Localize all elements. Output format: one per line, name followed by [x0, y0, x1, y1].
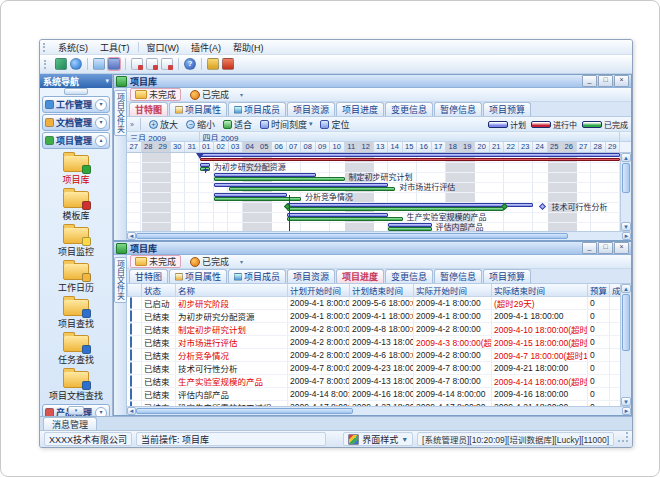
scroll-right-icon[interactable]: ►: [622, 232, 631, 240]
gantt-bar-done[interactable]: [388, 227, 432, 231]
sidebar-section-项目管理[interactable]: 项目管理▴: [42, 132, 110, 149]
maximize-button[interactable]: □: [598, 75, 613, 87]
gantt-toolbar-定位[interactable]: 定位: [318, 118, 351, 131]
close-button[interactable]: ×: [614, 242, 629, 254]
scroll-left-icon[interactable]: ◄: [127, 232, 136, 240]
table-row[interactable]: 已结束生产实验室规模的产品2009-4-7 8:00:002009-4-13 1…: [128, 375, 621, 388]
sidebar-item-项目查找[interactable]: 项目查找: [58, 296, 94, 330]
tab-message-management[interactable]: 消息管理: [43, 417, 97, 430]
scroll-right-icon[interactable]: ►: [622, 407, 631, 415]
column-header-计划开始时间[interactable]: 计划开始时间: [288, 284, 350, 297]
scroll-down-icon[interactable]: ▼: [621, 222, 631, 231]
chevron-down-icon[interactable]: ▴: [95, 135, 107, 147]
table-vertical-scrollbar[interactable]: ▲ ▼: [620, 284, 631, 406]
column-header-计划结束时间[interactable]: 计划结束时间: [350, 284, 414, 297]
column-header-预算[interactable]: 预算: [588, 284, 610, 297]
help-icon[interactable]: ?: [184, 58, 196, 70]
table-row[interactable]: 已结束对市场进行评估2009-4-2 8:00:002009-4-13 18:0…: [128, 336, 621, 349]
sidebar-item-项目库[interactable]: 项目库: [62, 152, 89, 186]
save-icon[interactable]: [108, 58, 120, 70]
gantt-toolbar-适合[interactable]: 适合: [221, 118, 254, 131]
scroll-up-icon[interactable]: ▲: [621, 284, 631, 293]
scrollbar-thumb[interactable]: [136, 408, 353, 414]
tab-项目属性[interactable]: 项目属性: [169, 102, 227, 116]
gantt-bar-progress[interactable]: [200, 158, 621, 161]
tab-项目属性[interactable]: 项目属性: [169, 269, 227, 283]
sidebar-section-文档管理[interactable]: 文档管理▾: [42, 114, 110, 131]
table-row[interactable]: 已启动初步研究阶段2009-4-1 8:00:002009-5-6 18:00:…: [128, 297, 621, 310]
chevron-down-icon[interactable]: ▾: [240, 91, 243, 98]
report-new-icon[interactable]: [131, 58, 143, 70]
sidebar-item-任务查找[interactable]: 任务查找: [58, 332, 94, 366]
menu-item[interactable]: 插件(A): [185, 40, 227, 55]
gantt-side-tab[interactable]: 项目文件夹: [114, 88, 127, 240]
gantt-vertical-scrollbar[interactable]: ▲ ▼: [620, 153, 631, 231]
filter-tab-未完成[interactable]: 未完成: [130, 255, 181, 268]
tab-暂停信息[interactable]: 暂停信息: [434, 102, 482, 116]
gantt-toolbar-时间刻度[interactable]: 时间刻度▾: [258, 118, 315, 131]
report-del-icon[interactable]: [161, 58, 173, 70]
tab-项目进度[interactable]: 项目进度: [336, 269, 384, 283]
tab-项目进度[interactable]: 项目进度: [336, 102, 384, 116]
table-row[interactable]: 已结束技术可行性分析2009-4-7 8:00:002009-4-23 18:0…: [128, 362, 621, 375]
gantt-bar-done[interactable]: [287, 217, 403, 221]
toolbar-expand-icon[interactable]: »: [130, 121, 134, 128]
sidebar-item-工作日历[interactable]: 工作日历: [58, 260, 94, 294]
tab-变更信息[interactable]: 变更信息: [385, 102, 433, 116]
sidebar-header-button[interactable]: ▾: [105, 77, 109, 85]
chevron-down-icon[interactable]: ▾: [95, 407, 107, 417]
folder-icon[interactable]: [93, 58, 105, 70]
gantt-toolbar-放大[interactable]: +放大: [147, 118, 180, 131]
column-header-实际结束时间[interactable]: 实际结束时间: [492, 284, 588, 297]
menu-item[interactable]: 帮助(H): [227, 40, 270, 55]
tab-变更信息[interactable]: 变更信息: [385, 269, 433, 283]
column-header-实际开始时间[interactable]: 实际开始时间: [414, 284, 492, 297]
resize-grip[interactable]: [618, 432, 628, 442]
exit-icon[interactable]: [222, 58, 234, 70]
table-row[interactable]: 已结束分析竞争情况2009-4-2 8:00:002009-4-6 18:00:…: [128, 349, 621, 362]
gantt-bar-done[interactable]: [214, 197, 301, 201]
menu-item[interactable]: 系统(S): [52, 40, 94, 55]
scrollbar-thumb[interactable]: [622, 163, 630, 193]
table-horizontal-scrollbar[interactable]: ◄ ►: [127, 406, 631, 415]
tab-甘特图[interactable]: 甘特图: [129, 102, 168, 116]
network-icon[interactable]: [55, 58, 67, 70]
scrollbar-thumb[interactable]: [136, 233, 568, 239]
gantt-bar-done[interactable]: [287, 207, 505, 211]
column-header-成[interactable]: 成: [610, 284, 621, 297]
tab-甘特图[interactable]: 甘特图: [129, 269, 168, 283]
tab-项目资源[interactable]: 项目资源: [287, 269, 335, 283]
scrollbar-thumb[interactable]: [622, 294, 630, 351]
column-header-名称[interactable]: 名称: [176, 284, 288, 297]
scroll-down-icon[interactable]: ▼: [621, 397, 631, 406]
chevron-down-icon[interactable]: ▾: [95, 117, 107, 129]
gantt-bar-done[interactable]: [229, 187, 396, 191]
column-header-状态[interactable]: 状态: [142, 284, 176, 297]
table-side-tab[interactable]: 项目文件夹: [114, 255, 127, 415]
gantt-bar-plan[interactable]: [200, 153, 621, 157]
sidebar-overflow-button[interactable]: ▾: [68, 406, 84, 415]
tab-暂停信息[interactable]: 暂停信息: [434, 269, 482, 283]
filter-tab-已完成[interactable]: 已完成: [185, 255, 234, 268]
minimize-button[interactable]: _: [582, 242, 597, 254]
tab-项目资源[interactable]: 项目资源: [287, 102, 335, 116]
tab-项目成员[interactable]: 项目成员: [228, 102, 286, 116]
table-row[interactable]: 已结束为初步研究分配资源2009-4-1 8:00:002009-4-1 18:…: [128, 310, 621, 323]
gantt-toolbar-缩小[interactable]: −缩小: [184, 118, 217, 131]
close-button[interactable]: ×: [614, 75, 629, 87]
scroll-left-icon[interactable]: ◄: [127, 407, 136, 415]
minimize-button[interactable]: _: [582, 75, 597, 87]
tab-项目预算[interactable]: 项目预算: [483, 269, 531, 283]
sidebar-section-工作管理[interactable]: 工作管理▾: [42, 96, 110, 113]
filter-tab-已完成[interactable]: 已完成: [185, 88, 234, 101]
chevron-down-icon[interactable]: ▾: [95, 99, 107, 111]
menu-item[interactable]: 工具(T): [94, 40, 136, 55]
gantt-horizontal-scrollbar[interactable]: ◄ ►: [127, 231, 631, 240]
table-row[interactable]: 已结束评估内部产品2009-4-14 8:00:002009-4-16 18:0…: [128, 388, 621, 401]
column-header-icon[interactable]: [128, 284, 142, 297]
sidebar-collapse-button[interactable]: [40, 88, 112, 95]
sidebar-item-模板库[interactable]: 模板库: [62, 188, 89, 222]
filter-tab-未完成[interactable]: 未完成: [130, 88, 181, 101]
lock-icon[interactable]: [207, 58, 219, 70]
maximize-button[interactable]: □: [598, 242, 613, 254]
